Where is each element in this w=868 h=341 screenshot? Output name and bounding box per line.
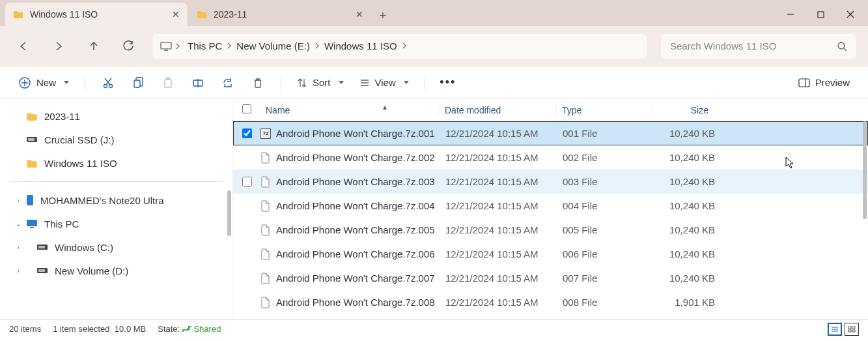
sidebar-item[interactable]: Windows 11 ISO [7, 151, 226, 175]
paste-button[interactable] [154, 71, 182, 95]
items-view[interactable]: 7zAndroid Phone Won't Charge.7z.00112/21… [233, 121, 868, 319]
sidebar-item[interactable]: ›New Volume (D:) [7, 259, 226, 282]
sidebar-item[interactable]: 2023-11 [7, 104, 226, 128]
sidebar-item[interactable]: ⌄This PC [7, 212, 226, 235]
file-type: 003 File [563, 176, 659, 187]
tab-close-button[interactable]: ✕ [356, 9, 363, 20]
chevron-down-icon [404, 81, 409, 84]
chevron-right-icon[interactable] [401, 42, 408, 50]
table-row[interactable]: Android Phone Won't Charge.7z.00612/21/2… [233, 242, 868, 266]
sidebar-label: MOHAMMED's Note20 Ultra [40, 195, 164, 206]
table-row[interactable]: Android Phone Won't Charge.7z.00712/21/2… [233, 266, 868, 290]
view-label: View [375, 77, 396, 88]
column-type[interactable]: Type [556, 105, 652, 115]
address-bar[interactable]: This PCNew Volume (E:)Windows 11 ISO [152, 34, 647, 59]
copy-button[interactable] [124, 71, 152, 95]
drive-icon [36, 243, 48, 251]
more-button[interactable]: ••• [434, 71, 462, 95]
minimize-button[interactable] [776, 3, 805, 26]
expander-icon[interactable]: › [13, 267, 23, 274]
column-date[interactable]: Date modified [439, 105, 556, 115]
tab[interactable]: Windows 11 ISO✕ [5, 3, 188, 26]
svg-point-12 [109, 84, 113, 87]
folder-icon [197, 9, 207, 20]
cut-button[interactable] [94, 71, 122, 95]
chevron-right-icon[interactable] [226, 42, 232, 50]
monitor-icon [26, 219, 38, 228]
expander-icon[interactable]: ⌄ [13, 220, 23, 228]
scrollbar-thumb[interactable] [227, 190, 231, 236]
sort-label: Sort [313, 77, 331, 88]
new-label: New [36, 77, 56, 88]
separator [425, 74, 425, 91]
svg-rect-31 [38, 246, 45, 248]
svg-line-7 [844, 48, 847, 51]
new-tab-button[interactable]: + [372, 5, 393, 26]
table-row[interactable]: Android Phone Won't Charge.7z.00312/21/2… [233, 170, 868, 194]
monitor-icon [160, 42, 172, 51]
selection-info: 1 item selected 10.0 MB [53, 324, 146, 334]
column-name[interactable]: Name▲ [259, 105, 439, 115]
sidebar-label: 2023-11 [44, 111, 80, 122]
table-row[interactable]: Android Phone Won't Charge.7z.00812/21/2… [233, 290, 868, 314]
maximize-button[interactable] [805, 3, 835, 26]
svg-rect-37 [848, 327, 851, 329]
thumbnails-view-button[interactable] [845, 323, 859, 336]
tab[interactable]: 2023-11✕ [189, 3, 371, 26]
table-row[interactable]: 7zAndroid Phone Won't Charge.7z.00112/21… [233, 121, 868, 145]
sidebar-label: Windows (C:) [55, 242, 113, 253]
new-button[interactable]: New [12, 71, 76, 95]
table-row[interactable]: Android Phone Won't Charge.7z.00212/21/2… [233, 145, 868, 170]
svg-rect-16 [165, 79, 171, 87]
window-controls [776, 3, 865, 26]
preview-label: Preview [815, 77, 850, 88]
share-icon [222, 77, 234, 89]
file-date: 12/21/2024 10:15 AM [445, 224, 563, 235]
up-button[interactable] [82, 35, 105, 58]
file-type: 007 File [563, 273, 659, 284]
expander-icon[interactable]: › [13, 243, 23, 251]
preview-pane-button[interactable]: Preview [792, 77, 856, 88]
share-button[interactable] [214, 71, 242, 95]
sidebar-item[interactable]: ›Windows (C:) [7, 235, 226, 259]
sort-button[interactable]: Sort [290, 71, 350, 95]
rename-button[interactable] [184, 71, 212, 95]
column-headers[interactable]: Name▲ Date modified Type Size [233, 99, 868, 121]
close-button[interactable] [835, 3, 865, 26]
view-icon [359, 78, 370, 88]
details-view-button[interactable] [828, 323, 842, 336]
phone-icon [26, 194, 34, 206]
breadcrumb-item[interactable]: This PC [184, 38, 226, 54]
scrollbar-thumb[interactable] [863, 121, 867, 219]
folder-icon [13, 9, 23, 20]
breadcrumb-item[interactable]: Windows 11 ISO [320, 38, 401, 54]
chevron-right-icon[interactable] [314, 42, 320, 50]
table-row[interactable]: Android Phone Won't Charge.7z.00512/21/2… [233, 218, 868, 242]
breadcrumb-item[interactable]: New Volume (E:) [232, 38, 314, 54]
file-size: 10,240 KB [659, 224, 721, 235]
sidebar-label: Windows 11 ISO [44, 158, 117, 169]
file-name: Android Phone Won't Charge.7z.005 [272, 224, 445, 235]
expander-icon[interactable]: › [13, 196, 23, 204]
sidebar-item[interactable]: Crucial SSD (J:) [7, 128, 226, 151]
scissors-icon [102, 77, 114, 89]
sidebar-label: Crucial SSD (J:) [44, 134, 115, 145]
tab-close-button[interactable]: ✕ [172, 9, 180, 20]
view-button[interactable]: View [353, 71, 415, 95]
paste-icon [162, 77, 174, 89]
search-box[interactable]: Search Windows 11 ISO [661, 34, 856, 59]
refresh-button[interactable] [117, 35, 141, 58]
file-type: 006 File [563, 248, 659, 259]
select-all-checkbox[interactable] [242, 104, 251, 113]
back-button[interactable] [12, 35, 35, 58]
sidebar-item[interactable]: ›MOHAMMED's Note20 Ultra [7, 188, 226, 212]
forward-button[interactable] [47, 35, 70, 58]
chevron-right-icon[interactable] [175, 42, 181, 50]
row-checkbox[interactable] [242, 177, 252, 186]
column-size[interactable]: Size [652, 105, 715, 115]
copy-icon [132, 77, 144, 89]
table-row[interactable]: Android Phone Won't Charge.7z.00412/21/2… [233, 194, 868, 218]
row-checkbox[interactable] [242, 128, 252, 138]
delete-button[interactable] [244, 71, 272, 95]
file-name: Android Phone Won't Charge.7z.008 [272, 297, 445, 308]
